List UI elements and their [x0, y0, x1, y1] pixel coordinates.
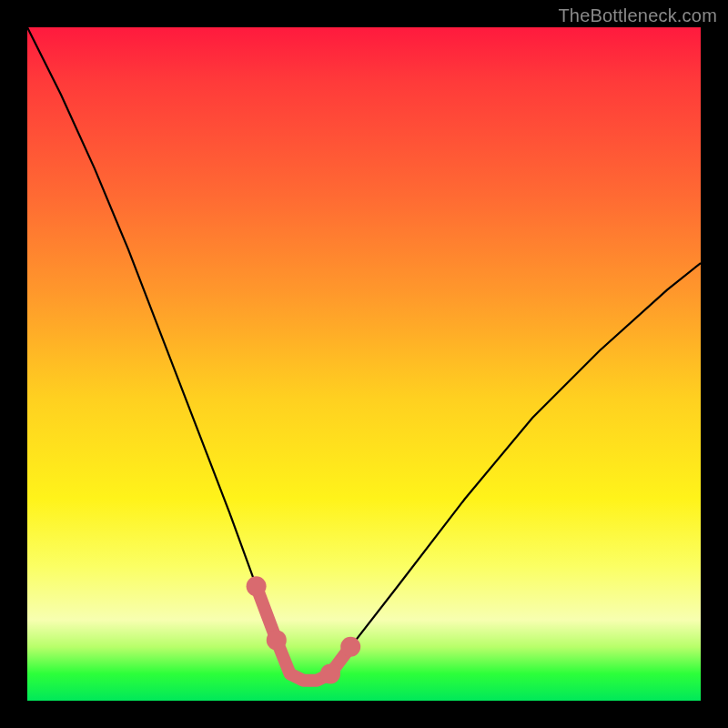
curve-layer — [27, 27, 701, 701]
trough-node — [267, 630, 287, 650]
watermark-label: TheBottleneck.com — [558, 5, 717, 26]
trough-node — [320, 663, 340, 683]
chart-frame: TheBottleneck.com — [0, 0, 728, 728]
plot-area — [27, 27, 701, 701]
trough-highlight-nodes — [247, 576, 361, 683]
trough-node — [340, 637, 360, 657]
trough-node — [247, 576, 267, 596]
bottleneck-curve — [27, 27, 701, 681]
